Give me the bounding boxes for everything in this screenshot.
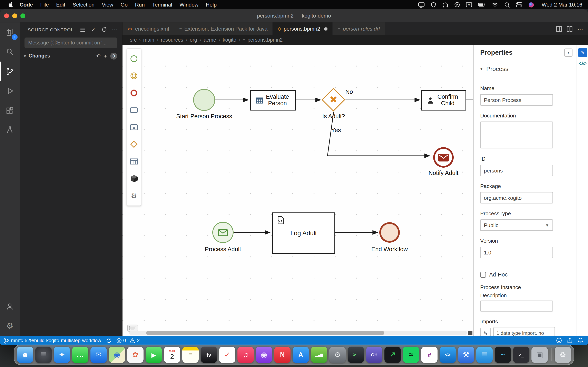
horizontal-scrollbar[interactable]: [129, 331, 467, 335]
palette-subprocess[interactable]: [127, 119, 141, 136]
menu-file[interactable]: File: [36, 2, 52, 8]
breadcrumb-resources[interactable]: resources: [161, 37, 183, 43]
accounts-icon[interactable]: [0, 296, 20, 316]
commit-check-icon[interactable]: ✓: [90, 26, 97, 33]
run-debug-icon[interactable]: [0, 81, 20, 101]
tab-extension-pack-java[interactable]: ≡ Extension: Extension Pack for Java: [174, 22, 273, 35]
control-center-icon[interactable]: [516, 2, 522, 7]
dock-messages-icon[interactable]: …: [72, 347, 88, 363]
palette-gateway[interactable]: [127, 136, 141, 153]
palette-intermediate-event[interactable]: [127, 67, 141, 84]
imports-summary-button[interactable]: 1 data type import, no: [493, 327, 555, 336]
dock-music-icon[interactable]: ♫: [237, 347, 254, 363]
breadcrumb-file[interactable]: ≡ persons.bpmn2: [243, 37, 283, 43]
dock-system-settings-icon[interactable]: ⚙: [329, 347, 346, 363]
end-workflow-event[interactable]: [379, 222, 400, 243]
documentation-textarea[interactable]: [480, 122, 553, 149]
dock-xcode-icon[interactable]: ⚒: [458, 347, 474, 363]
breadcrumb-org[interactable]: org: [190, 37, 197, 43]
feedback-smiley-icon[interactable]: [556, 338, 562, 343]
dock-facetime-icon[interactable]: ▶: [146, 347, 162, 363]
menu-clock[interactable]: Wed 2 Mar 10:16: [542, 2, 582, 8]
process-adult-event[interactable]: [212, 222, 233, 243]
palette-service-gear[interactable]: ⚙: [127, 187, 141, 204]
menu-app-name[interactable]: Code: [16, 2, 36, 8]
tab-persons-bpmn2[interactable]: ◇ persons.bpmn2: [273, 22, 333, 35]
dock-safari-icon[interactable]: ✦: [54, 347, 70, 363]
commit-message-input[interactable]: [25, 38, 117, 48]
input-source-icon[interactable]: A: [466, 2, 472, 7]
process-section-header[interactable]: ▼ Process: [479, 65, 508, 72]
tab-person-rules-drl[interactable]: ≡ person-rules.drl: [333, 22, 385, 35]
battery-icon[interactable]: [478, 2, 485, 7]
discard-changes-icon[interactable]: ↶: [96, 53, 101, 59]
dock-notes-icon[interactable]: ≡: [182, 347, 199, 363]
menu-help[interactable]: Help: [202, 2, 221, 8]
problems-indicator[interactable]: 0 2: [116, 338, 140, 343]
breadcrumb-kogito[interactable]: kogito: [223, 37, 236, 43]
notify-adult-end-event[interactable]: [433, 147, 454, 167]
dock-reminders-icon[interactable]: ✓: [219, 347, 235, 363]
stage-all-icon[interactable]: +: [104, 53, 107, 59]
headphones-icon[interactable]: [442, 2, 448, 8]
git-branch-indicator[interactable]: mmfc-529/build-kogito-multistep-workflow: [4, 337, 101, 343]
minimize-window-button[interactable]: [12, 13, 17, 18]
screen-mirroring-icon[interactable]: [418, 2, 424, 8]
process-instance-description-input[interactable]: [480, 300, 553, 312]
palette-form-grid[interactable]: [127, 153, 141, 170]
dock-numbers-icon[interactable]: ▁▄▆: [311, 347, 327, 363]
palette-task[interactable]: [127, 101, 141, 119]
view-as-list-icon[interactable]: [80, 26, 86, 33]
sync-changes-button[interactable]: [106, 338, 111, 343]
menu-edit[interactable]: Edit: [52, 2, 69, 8]
menu-terminal[interactable]: Terminal: [148, 2, 176, 8]
dock-slack-icon[interactable]: #: [421, 347, 438, 363]
spotlight-icon[interactable]: [504, 2, 510, 8]
apple-menu-icon[interactable]: [6, 2, 16, 8]
close-window-button[interactable]: [4, 13, 9, 18]
confirm-child-task[interactable]: Confirm Child: [421, 90, 466, 110]
breadcrumb-main[interactable]: main: [143, 37, 154, 43]
menu-window[interactable]: Window: [176, 2, 202, 8]
unsaved-changes-dot[interactable]: [324, 27, 328, 30]
extensions-icon[interactable]: [0, 101, 20, 120]
version-input[interactable]: [480, 247, 553, 258]
explorer-icon[interactable]: 1: [0, 22, 20, 42]
collapse-panel-button[interactable]: ›: [564, 49, 572, 57]
edit-imports-icon-button[interactable]: ✎: [480, 328, 491, 336]
log-adult-task[interactable]: Log Adult: [272, 212, 335, 254]
refresh-icon[interactable]: [101, 26, 107, 33]
palette-cube[interactable]: [127, 170, 141, 187]
canvas-resize-handle[interactable]: [468, 331, 472, 335]
dock-calendar-icon[interactable]: MAR2: [164, 347, 180, 363]
dock-tv-icon[interactable]: tv: [201, 347, 217, 363]
process-type-select[interactable]: Public ▼: [480, 219, 553, 231]
dock-iterm-icon[interactable]: >_: [348, 347, 364, 363]
window-title-bar[interactable]: persons.bpmn2 — kogito-demo: [0, 9, 588, 22]
name-input[interactable]: [480, 94, 553, 106]
dock-github-desktop-icon[interactable]: GH: [366, 347, 382, 363]
evaluate-person-task[interactable]: Evaluate Person: [250, 90, 296, 110]
id-input[interactable]: [480, 165, 553, 176]
notifications-bell-icon[interactable]: [578, 338, 583, 343]
dock-maps-icon[interactable]: ◉: [109, 347, 125, 363]
menu-selection[interactable]: Selection: [69, 2, 98, 8]
more-actions-icon[interactable]: ···: [112, 26, 118, 33]
is-adult-gateway[interactable]: ✖: [325, 91, 342, 108]
zoom-window-button[interactable]: [20, 13, 25, 18]
adhoc-checkbox-row[interactable]: Ad-Hoc: [480, 272, 508, 278]
editor-layout-icon[interactable]: [556, 26, 562, 32]
menu-go[interactable]: Go: [117, 2, 131, 8]
dock-mail-icon[interactable]: ✉: [90, 347, 107, 363]
preview-eye-icon[interactable]: [579, 61, 587, 66]
search-icon[interactable]: [0, 42, 20, 62]
wifi-icon[interactable]: [492, 2, 498, 7]
source-control-icon[interactable]: [0, 62, 20, 81]
settings-gear-icon[interactable]: ⚙: [0, 316, 20, 336]
dock-launchpad-icon[interactable]: ▦: [35, 347, 52, 363]
dock-podcasts-icon[interactable]: ◉: [256, 347, 272, 363]
dock-docker-icon[interactable]: ▤: [476, 347, 493, 363]
dock-archive-utility-icon[interactable]: ▣: [531, 347, 548, 363]
menu-view[interactable]: View: [98, 2, 117, 8]
testing-icon[interactable]: [0, 120, 20, 140]
